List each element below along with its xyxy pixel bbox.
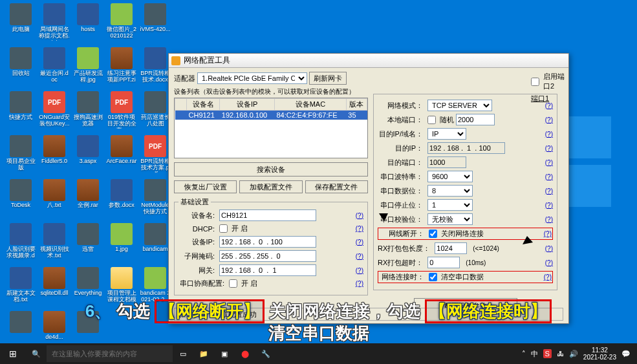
desktop-icon[interactable]: ArcFace.rar [106,135,137,175]
system-tray[interactable]: ˄ 中 S 🖧 🔊 11:32 2021-02-23 💬 [515,347,638,361]
desktop-icon[interactable]: 3.aspx [72,135,103,175]
stop-bits-select[interactable]: 1 [427,199,473,211]
desktop-icon[interactable]: NetModule快捷方式 [140,179,171,219]
taskbar-clock[interactable]: 11:32 2021-02-23 [583,347,616,361]
search-icon[interactable]: 🔍 [26,343,47,364]
enable-port2-checkbox[interactable] [531,78,539,86]
data-bits-select[interactable]: 8 [427,185,473,197]
desktop-icon[interactable]: 项目易企业版 [5,135,36,175]
port-settings-group: 网络模式：TCP SERVER(?) 本地端口：随机(?) 目的IP/域名：IP… [373,94,557,290]
dest-port-input[interactable] [427,156,466,168]
baud-select[interactable]: 9600 [427,171,473,182]
desktop-icon[interactable]: 产品研发流程.jpg [72,47,103,87]
explorer-icon[interactable]: 📁 [193,343,214,364]
desktop-icon[interactable]: bandicam [140,223,171,263]
net-mode-select[interactable]: TCP SERVER [427,100,492,111]
tray-up-icon[interactable]: ˄ [522,350,526,358]
subnet-mask-input[interactable] [219,250,316,262]
desktop-icon[interactable]: 此电脑 [5,3,36,43]
desktop-icon[interactable]: 视频识别技术.txt [39,223,70,263]
desktop-icon[interactable]: 搜狗高速浏览器 [72,91,103,131]
save-config-button[interactable]: 保存配置文件 [305,180,368,193]
basic-settings-group: 基础设置 设备名:(?) DHCP:开 启(?) 设备IP:(?) 子网掩码:(… [174,197,368,295]
desktop-icon[interactable]: 快捷方式 [5,91,36,131]
net-connect-row: 网络连接时：清空串口数据(?) [378,271,553,283]
refresh-nic-button[interactable]: 刷新网卡 [309,72,347,85]
port1-tab[interactable]: 端口1 [531,94,549,103]
desktop-icon[interactable]: 局域网间名称提示文档.txt [39,3,70,43]
rx-len-input[interactable] [435,242,467,254]
table-row[interactable]: CH9121 192.168.0.100 84:C2:E4:F9:67:FE 3… [175,111,367,120]
rx-timeout-input[interactable] [427,257,460,268]
net-disconnect-row: 网线断开：关闭网络连接(?) [378,228,553,240]
local-port-input[interactable] [456,114,495,125]
port-selection: 启用端口2 端口1 [531,72,568,106]
desktop-icon[interactable]: ToDesk [5,179,36,219]
desktop-icon[interactable]: 全例.rar [72,179,103,219]
terminal-icon[interactable]: ▣ [214,343,235,364]
gateway-input[interactable] [219,264,316,276]
desktop-icon[interactable]: 迅雷 [72,223,103,263]
dest-type-select[interactable]: IP [427,128,466,140]
device-list-note: 设备列表（双击设备列表中的模块，可以获取对应设备的配置） [174,87,368,96]
desktop-icon[interactable]: PDFBPR流转相技术方案.pdf [140,135,171,175]
desktop-icon[interactable]: Fiddler5.0 [39,135,70,175]
random-port-checkbox[interactable] [427,116,436,124]
adapter-label: 适配器 [174,74,195,83]
desktop-icon[interactable]: 人脸识别要求视频录.doc [5,223,36,263]
titlebar[interactable]: 网络配置工具 [169,54,568,68]
network-icon[interactable]: 🖧 [557,350,564,358]
desktop-icon[interactable]: 八.txt [39,179,70,219]
desktop-icon[interactable]: 1.jpg [106,223,137,263]
desktop-icon[interactable]: 微信图片_20210122 [106,3,137,43]
app-task-icon[interactable]: 🔧 [255,343,276,364]
net-connect-checkbox[interactable] [429,273,437,281]
factory-reset-button[interactable]: 恢复出厂设置 [174,180,237,193]
volume-icon[interactable]: 🔊 [569,350,578,358]
record-icon[interactable]: ⬤ [235,343,255,364]
taskbar: ⊞ 🔍 ▭ 📁 ▣ ⬤ 🔧 ˄ 中 S 🖧 🔊 11:32 2021-02-23… [0,343,637,364]
device-name-input[interactable] [219,209,316,221]
desktop-icon[interactable]: 练习注意事项新PPT.zip [106,47,137,87]
ime-icon[interactable]: 中 [531,349,538,359]
left-panel: 适配器 1.Realtek PCIe GbE Family Cont 刷新网卡 … [174,72,368,314]
desktop-icon[interactable]: BPR流转相技术.docx [140,47,171,87]
desktop-icon[interactable]: PDF019软件项目开发的全套... [106,91,137,131]
window-title: 网络配置工具 [184,55,230,66]
parity-select[interactable]: 无校验 [427,213,473,225]
task-view-button[interactable]: ▭ [173,343,193,364]
app-icon [171,56,180,65]
net-disconnect-checkbox[interactable] [429,230,437,238]
desktop-icon[interactable]: iVMS-420... [140,3,171,43]
desktop-icon[interactable]: 最近合闲.doc [39,47,70,87]
desktop-icon[interactable]: 药店巡道长八处图 [140,91,171,131]
desktop-icon[interactable]: 回收站 [5,47,36,87]
desktop-icon[interactable]: hosts [72,3,103,43]
network-config-window: 网络配置工具 启用端口2 端口1 适配器 1.Realtek PCIe GbE … [168,53,569,324]
adapter-select[interactable]: 1.Realtek PCIe GbE Family Cont [197,72,307,84]
desktop-icon[interactable]: PDFONGuard安装包UKey... [39,91,70,131]
right-panel: 网络模式：TCP SERVER(?) 本地端口：随机(?) 目的IP/域名：IP… [373,72,557,314]
tutorial-caption: 6、 勾选 【网络断开】 关闭网络连接，勾选 【网络连接时】 清空串口数据 [0,299,637,343]
device-table[interactable]: 设备名 设备IP 设备MAC 版本 CH9121 192.168.0.100 8… [174,98,368,158]
search-input[interactable] [47,345,173,362]
load-config-button[interactable]: 加载配置文件 [239,180,302,193]
dhcp-checkbox[interactable] [219,224,228,233]
search-device-button[interactable]: 搜索设备 [174,162,368,177]
dest-ip-input[interactable] [427,142,505,154]
notification-icon[interactable]: 💬 [621,350,631,358]
start-button[interactable]: ⊞ [0,343,26,364]
input-icon[interactable]: S [543,349,552,358]
device-ip-input[interactable] [219,236,316,248]
serial-nego-checkbox[interactable] [229,279,237,288]
desktop-icon[interactable]: 参数.docx [106,179,137,219]
